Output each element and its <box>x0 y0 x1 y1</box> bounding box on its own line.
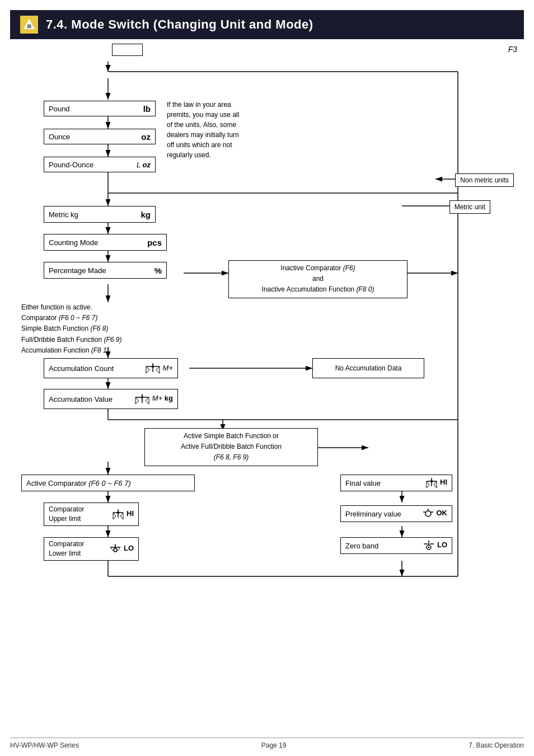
inactive-comp-and: and <box>233 274 402 284</box>
header-icon: ⚖ <box>20 16 38 34</box>
svg-text:⚖: ⚖ <box>27 24 31 29</box>
metric-kg-label: Metric kg <box>49 210 136 219</box>
metric-kg-value: kg <box>140 210 151 219</box>
ounce-box: Ounce oz <box>44 129 156 144</box>
zero-band-label: Zero band <box>345 542 423 550</box>
inactive-comp-line2: Inactive Accumulation Function (F8 0) <box>233 284 402 295</box>
comp-upper-label: ComparatorUpper limit <box>49 505 109 524</box>
svg-line-59 <box>110 547 113 551</box>
inactive-comp-line1: Inactive Comparator (F6) <box>233 263 402 274</box>
svg-marker-42 <box>146 367 149 373</box>
inactive-comp-box: Inactive Comparator (F6) and Inactive Ac… <box>228 260 407 298</box>
accum-count-box: Accumulation Count M+ <box>44 358 178 378</box>
accum-count-label: Accumulation Count <box>49 364 140 373</box>
units-note: If the law in your area premits, you may… <box>167 100 307 160</box>
percentage-box: Percentage Made % <box>44 262 167 279</box>
prelim-value-box: Preliminary value OK <box>340 505 452 522</box>
footer-left: HV-WP/HW-WP Series <box>10 741 79 749</box>
zero-band-icon: LO <box>423 540 447 551</box>
pound-label: Pound <box>49 105 139 113</box>
no-accum-box: No Accumulation Data <box>312 358 424 378</box>
prelim-value-label: Preliminary value <box>345 510 422 518</box>
svg-marker-53 <box>120 513 123 519</box>
diagram-area: Pound lb Ounce oz Pound-Ounce L oz If th… <box>10 62 524 728</box>
final-value-icon: HI <box>425 477 447 489</box>
svg-point-65 <box>430 480 433 482</box>
accum-value-label: Accumulation Value <box>49 395 130 403</box>
page-header: ⚖ 7.4. Mode Switch (Changing Unit and Mo… <box>10 10 524 39</box>
accum-count-value: M+ <box>145 362 173 374</box>
final-value-box: Final value HI <box>340 475 452 491</box>
svg-point-54 <box>117 511 119 514</box>
ounce-value: oz <box>141 132 151 142</box>
pound-ounce-box: Pound-Ounce L oz <box>44 157 156 172</box>
comp-lower-value: LO <box>109 543 134 555</box>
svg-point-49 <box>141 396 143 398</box>
either-active-line0: Either function is active. <box>21 302 212 313</box>
accum-value-icon: M+ kg <box>134 393 173 405</box>
metric-unit-label: Metric unit <box>455 203 485 211</box>
either-active-line2: Simple Batch Function (F6 8) <box>21 323 212 334</box>
svg-point-55 <box>114 548 117 552</box>
accum-value-box: Accumulation Value M+ kg <box>44 389 178 409</box>
comp-lower-box: ComparatorLower limit LO <box>44 537 139 561</box>
svg-marker-64 <box>434 481 437 488</box>
active-comp-box: Active Comparator (F6 0 ~ F6 7) <box>21 475 195 491</box>
pound-value: lb <box>143 104 151 114</box>
either-active-line1: Comparator (F6 0 ~ F6 7) <box>21 313 212 323</box>
svg-point-71 <box>428 547 430 548</box>
svg-point-44 <box>152 365 154 368</box>
comp-upper-value: HI <box>112 509 134 520</box>
percentage-label: Percentage Made <box>49 266 150 275</box>
svg-marker-63 <box>427 481 429 488</box>
svg-line-60 <box>118 547 120 551</box>
counting-mode-box: Counting Mode pcs <box>44 234 167 251</box>
svg-point-66 <box>425 511 431 516</box>
footer-right: 7. Basic Operation <box>469 741 524 749</box>
no-accum-label: No Accumulation Data <box>335 364 402 372</box>
pound-box: Pound lb <box>44 101 156 116</box>
non-metric-box: Non metric units <box>455 173 514 187</box>
counting-mode-value: pcs <box>147 238 162 247</box>
svg-marker-43 <box>156 367 160 373</box>
page-title: 7.4. Mode Switch (Changing Unit and Mode… <box>46 17 313 32</box>
pound-ounce-value: L oz <box>137 161 151 169</box>
svg-marker-48 <box>146 397 149 404</box>
percentage-value: % <box>154 266 162 275</box>
final-value-label: Final value <box>345 479 425 487</box>
prelim-value-icon: OK <box>422 508 447 519</box>
page-footer: HV-WP/HW-WP Series Page 19 7. Basic Oper… <box>10 738 524 749</box>
svg-marker-52 <box>113 513 116 519</box>
metric-kg-box: Metric kg kg <box>44 206 156 223</box>
page-ref-f3: F3 <box>508 45 517 54</box>
active-batch-line1: Active Simple Batch Function or <box>149 431 313 442</box>
metric-unit-box: Metric unit <box>449 200 490 214</box>
svg-marker-58 <box>110 544 113 547</box>
either-function-text: Either function is active. Comparator (F… <box>21 302 212 356</box>
counting-mode-label: Counting Mode <box>49 238 143 247</box>
active-batch-line2: Active Full/Dribble Batch Function <box>149 442 313 452</box>
non-metric-label: Non metric units <box>460 176 509 184</box>
active-comp-label: Active Comparator (F6 0 ~ F6 7) <box>26 479 190 487</box>
either-active-line4: Accumulation Function (F8 1) <box>21 345 212 356</box>
zero-band-box: Zero band LO <box>340 537 452 554</box>
top-small-box <box>112 44 143 56</box>
svg-marker-47 <box>135 397 139 404</box>
active-batch-box: Active Simple Batch Function or Active F… <box>144 428 318 466</box>
either-active-line3: Full/Dribble Batch Function (F6 9) <box>21 335 212 345</box>
ounce-label: Ounce <box>49 133 137 141</box>
comp-lower-label: ComparatorLower limit <box>49 539 106 558</box>
pound-ounce-label: Pound-Ounce <box>49 161 132 169</box>
footer-center: Page 19 <box>261 741 287 749</box>
active-batch-line3: (F6 8, F6 9) <box>149 452 313 463</box>
comp-upper-box: ComparatorUpper limit HI <box>44 503 139 526</box>
